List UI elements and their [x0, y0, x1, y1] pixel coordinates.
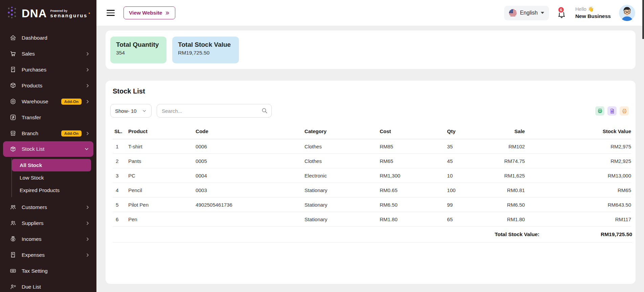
summary-cards-panel: Total Quantity 354 Total Stock Value RM1… [106, 30, 636, 69]
tax-banknote-icon [9, 267, 17, 275]
sidebar-item-purchases[interactable]: Purchases [0, 62, 96, 78]
cube-icon [9, 145, 17, 153]
stock-list-panel: Stock List Show- 10 CSV [106, 81, 636, 284]
us-flag-icon [509, 9, 517, 17]
total-stock-value-card: Total Stock Value RM19,725.50 [172, 37, 239, 63]
brand-name: DNA [22, 8, 47, 19]
sidebar-item-products[interactable]: Products [0, 78, 96, 93]
addon-badge: Add-On [61, 130, 82, 137]
vertical-scrollbar[interactable] [642, 0, 644, 39]
user-greeting: Hello 👋 New Business [575, 6, 611, 19]
sidebar-item-sales[interactable]: Sales [0, 46, 96, 62]
chevron-right-icon [85, 131, 90, 136]
language-label: English [520, 10, 537, 16]
business-name: New Business [575, 13, 611, 19]
col-code: Code [196, 126, 305, 139]
chevron-right-icon [85, 205, 90, 210]
product-link[interactable]: Pilot Pen [128, 197, 196, 212]
caret-down-icon [541, 12, 544, 14]
suppliers-icon [9, 220, 17, 227]
product-link[interactable]: Pen [128, 212, 196, 227]
sidebar-item-incomes[interactable]: Incomes [0, 231, 96, 247]
double-chevron-right-icon [165, 11, 170, 16]
transfer-icon [9, 114, 17, 121]
cart-icon [9, 50, 17, 58]
total-label: Total Stock Value: [495, 231, 539, 237]
user-avatar[interactable] [619, 5, 635, 21]
table-header-row: SL. Product Code Category Cost Qty Sale … [113, 126, 631, 139]
total-stock-value-value: RM19,725.50 [178, 50, 233, 56]
language-selector[interactable]: English [504, 6, 549, 20]
submenu-item-low-stock[interactable]: Low Stock [12, 171, 91, 184]
greeting-text: Hello 👋 [575, 6, 611, 12]
view-website-button[interactable]: View Website [124, 6, 175, 19]
table-total-row: Total Stock Value: RM19,725.50 [113, 227, 632, 243]
stock-list-submenu: All Stock Low Stock Expired Products [12, 158, 96, 197]
product-link[interactable]: Pencil [128, 183, 196, 197]
table-row: 1 T-shirt 0006 Clothes RM85 35 RM102 RM2… [113, 139, 631, 154]
sidebar-item-expenses[interactable]: Expenses [0, 247, 96, 263]
sidebar-item-stock-list[interactable]: Stock List [3, 141, 93, 157]
dna-dots-icon [7, 6, 18, 21]
menu-toggle-icon[interactable] [107, 8, 115, 17]
export-buttons: CSV [595, 106, 629, 116]
print-button[interactable] [620, 106, 629, 116]
col-qty: Qty [447, 126, 478, 139]
sidebar-item-tax-setting[interactable]: Tax Setting [0, 263, 96, 279]
total-value: RM19,725.50 [539, 231, 632, 237]
panel-title: Stock List [106, 87, 636, 95]
chevron-right-icon [85, 83, 90, 88]
box-icon [9, 82, 17, 89]
product-link[interactable]: Pants [128, 154, 196, 168]
chevron-right-icon [85, 236, 90, 242]
chevron-right-icon [85, 99, 90, 104]
col-stock-value: Stock Value [525, 126, 631, 139]
search-input[interactable] [157, 104, 272, 118]
sidebar-item-branch[interactable]: Branch Add-On [0, 125, 96, 141]
sidebar-item-due-list[interactable]: Due List [0, 279, 96, 292]
chevron-right-icon [85, 221, 90, 226]
receipt-icon [9, 66, 17, 74]
expense-receipt-icon [9, 251, 17, 259]
col-category: Category [305, 126, 380, 139]
table-row: 3 PC 0004 Electronic RM1,300 10 RM1,625 … [113, 168, 631, 183]
csv-export-button[interactable]: CSV [595, 106, 604, 116]
sidebar-item-transfer[interactable]: Transfer [0, 109, 96, 125]
table-row: 6 Pen Stationary RM1.80 65 RM1.80 RM117 [113, 212, 631, 227]
home-icon [9, 34, 17, 42]
customers-icon [9, 204, 17, 211]
stock-table: SL. Product Code Category Cost Qty Sale … [113, 126, 631, 227]
person-list-icon [9, 283, 17, 291]
sidebar-item-suppliers[interactable]: Suppliers [0, 215, 96, 231]
product-link[interactable]: T-shirt [128, 139, 196, 154]
product-link[interactable]: PC [128, 168, 196, 183]
show-entries-select[interactable]: Show- 10 [110, 104, 152, 118]
excel-export-button[interactable] [607, 106, 617, 116]
notification-count-badge: 6 [558, 6, 564, 13]
total-quantity-title: Total Quantity [116, 41, 161, 48]
addon-badge: Add-On [61, 99, 82, 105]
table-row: 5 Pilot Pen 4902505461736 Stationary RM6… [113, 197, 631, 212]
powered-by-text: Powered by [50, 9, 88, 13]
notifications-button[interactable]: 6 [557, 7, 567, 19]
submenu-item-expired-products[interactable]: Expired Products [12, 184, 91, 196]
table-row: 4 Pencil 0003 Stationary RM0.65 100 RM0.… [113, 183, 631, 197]
sidebar: DNA Powered by senangurus Dashboard Sale… [0, 0, 96, 292]
col-cost: Cost [380, 126, 447, 139]
col-sl: SL. [113, 126, 128, 139]
chevron-down-icon [84, 146, 89, 152]
app-logo[interactable]: DNA Powered by senangurus [0, 0, 96, 26]
chevron-right-icon [85, 252, 90, 258]
chevron-right-icon [85, 51, 90, 57]
search-icon [261, 107, 268, 114]
sidebar-item-warehouse[interactable]: Warehouse Add-On [0, 93, 96, 109]
sidebar-item-customers[interactable]: Customers [0, 199, 96, 215]
storefront-icon [9, 130, 17, 137]
chevron-down-icon [142, 108, 147, 113]
svg-text:CSV: CSV [599, 111, 601, 112]
submenu-item-all-stock[interactable]: All Stock [12, 159, 91, 171]
sidebar-item-dashboard[interactable]: Dashboard [0, 30, 96, 46]
col-product: Product [128, 126, 196, 139]
table-controls: Show- 10 CSV [110, 104, 629, 118]
top-bar: View Website English 6 Hel [96, 0, 644, 26]
